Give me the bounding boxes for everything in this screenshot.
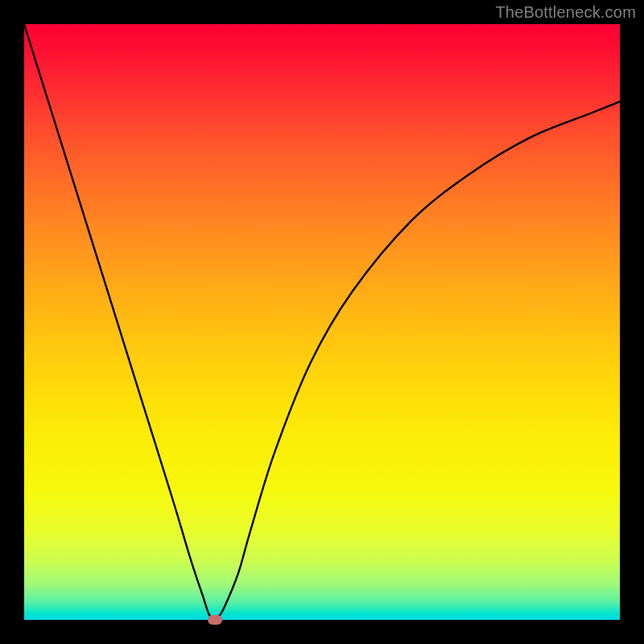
watermark-text: TheBottleneck.com [495, 3, 636, 22]
bottleneck-curve [24, 24, 620, 620]
curve-svg [24, 24, 620, 620]
chart-frame: TheBottleneck.com [0, 0, 644, 644]
minimum-marker [208, 615, 222, 625]
plot-area [24, 24, 620, 620]
